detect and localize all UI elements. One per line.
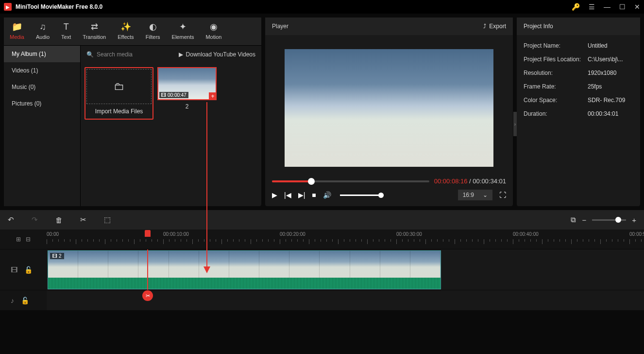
- info-duration-value: 00:00:34:01: [588, 110, 618, 117]
- split-button[interactable]: ✂: [80, 215, 86, 224]
- title-bar: ▶ MiniTool MovieMaker Free 8.0.0 🔑 ☰ — ☐…: [0, 0, 644, 14]
- player-panel: Player ⤴ Export 00:00:08:16 / 00:00:34:0…: [265, 18, 513, 206]
- close-button[interactable]: ✕: [634, 3, 640, 11]
- import-media-card[interactable]: 🗀 Import Media Files: [85, 67, 153, 120]
- project-info-panel: › Project Info Project Name:Untitled Pro…: [517, 18, 640, 206]
- zoom-slider[interactable]: [592, 219, 626, 221]
- play-button[interactable]: ▶: [272, 191, 277, 199]
- transition-icon: ⇄: [91, 21, 98, 32]
- zoom-out-button[interactable]: −: [582, 216, 586, 224]
- elements-icon: ✦: [179, 21, 186, 32]
- tab-audio[interactable]: ♫Audio: [30, 18, 55, 45]
- info-colorspace-value: SDR- Rec.709: [588, 97, 625, 104]
- info-location-value: C:\Users\bj\...: [588, 56, 623, 63]
- video-track[interactable]: 🎞2 ✂: [47, 249, 644, 290]
- zoom-in-button[interactable]: +: [632, 216, 636, 224]
- remove-track-button[interactable]: ⊟: [26, 236, 31, 243]
- app-logo-icon: ▶: [4, 3, 12, 11]
- undo-button[interactable]: ↶: [8, 215, 14, 224]
- ruler-mark: 00:00: [47, 231, 59, 237]
- info-colorspace-label: Color Space:: [524, 97, 588, 104]
- ruler-mark: 00:00:30:00: [396, 231, 422, 237]
- info-duration-label: Duration:: [524, 110, 588, 117]
- import-label: Import Media Files: [86, 104, 152, 118]
- info-resolution-value: 1920x1080: [588, 70, 616, 76]
- info-resolution-label: Resolution:: [524, 70, 588, 76]
- time-display: 00:00:08:16 / 00:00:34:01: [434, 177, 506, 185]
- sidebar-item-music[interactable]: Music (0): [4, 79, 80, 95]
- crop-button[interactable]: ⬚: [104, 215, 111, 224]
- filters-icon: ◐: [149, 21, 157, 32]
- next-frame-button[interactable]: ▶|: [298, 191, 305, 199]
- sidebar-item-videos[interactable]: Videos (1): [4, 62, 80, 79]
- ruler-mark: 00:00:50:: [629, 231, 644, 237]
- media-sidebar: My Album (1) Videos (1) Music (0) Pictur…: [4, 46, 81, 206]
- info-framerate-label: Frame Rate:: [524, 83, 588, 90]
- download-youtube-link[interactable]: ▶ Download YouTube Videos: [179, 51, 255, 58]
- video-track-icon: 🎞: [11, 266, 17, 274]
- tab-transition[interactable]: ⇄Transition: [77, 18, 112, 45]
- clip-duration: 00:00:47: [168, 92, 186, 98]
- delete-button[interactable]: 🗑: [55, 216, 63, 224]
- youtube-icon: ▶: [179, 51, 183, 58]
- export-button[interactable]: ⤴ Export: [483, 23, 506, 30]
- film-icon: 🎞: [52, 253, 57, 259]
- redo-button[interactable]: ↷: [32, 215, 38, 224]
- timeline-ruler[interactable]: 00:0000:00:10:0000:00:20:0000:00:30:0000…: [47, 230, 644, 249]
- film-icon: 🎞: [161, 92, 166, 98]
- tab-text[interactable]: TText: [55, 18, 77, 45]
- info-name-label: Project Name:: [524, 42, 588, 49]
- menu-icon[interactable]: ☰: [589, 3, 595, 11]
- chevron-down-icon: ⌄: [483, 192, 488, 198]
- stop-button[interactable]: ■: [312, 191, 316, 199]
- ruler-mark: 00:00:10:00: [163, 231, 189, 237]
- search-icon: 🔍: [86, 51, 94, 58]
- tab-motion[interactable]: ◉Motion: [200, 18, 227, 45]
- info-framerate-value: 25fps: [588, 83, 602, 90]
- ruler-mark: 00:00:40:00: [513, 231, 539, 237]
- maximize-button[interactable]: ☐: [619, 3, 626, 11]
- motion-icon: ◉: [210, 21, 218, 32]
- collapse-handle[interactable]: ›: [513, 112, 517, 136]
- timeline: ↶ ↷ 🗑 ✂ ⬚ ⧉ − + ⊞ ⊟ 00:0000:00:10:0000:0…: [0, 210, 644, 310]
- fullscreen-button[interactable]: ⛶: [499, 191, 506, 199]
- audio-track[interactable]: [47, 290, 644, 310]
- tab-elements[interactable]: ✦Elements: [166, 18, 200, 45]
- key-icon[interactable]: 🔑: [572, 3, 580, 11]
- folder-icon: 📁: [12, 21, 22, 32]
- audio-track-icon: ♪: [11, 297, 14, 304]
- info-location-label: Project Files Location:: [524, 56, 588, 63]
- video-preview[interactable]: [285, 49, 493, 167]
- lock-icon[interactable]: 🔓: [24, 266, 33, 274]
- tab-filters[interactable]: ◐Filters: [140, 18, 166, 45]
- clip-name: 2: [157, 100, 217, 113]
- info-name-value: Untitled: [588, 42, 608, 49]
- minimize-button[interactable]: —: [604, 3, 610, 11]
- text-icon: T: [64, 21, 69, 32]
- volume-icon[interactable]: 🔊: [323, 191, 331, 199]
- ruler-mark: 00:00:20:00: [280, 231, 305, 237]
- add-clip-button[interactable]: +: [209, 92, 217, 100]
- timeline-clip[interactable]: 🎞2: [48, 250, 441, 289]
- tab-effects[interactable]: ✨Effects: [112, 18, 139, 45]
- music-icon: ♫: [39, 21, 46, 32]
- aspect-select[interactable]: 16:9 ⌄: [458, 190, 492, 200]
- search-input[interactable]: 🔍 Search media: [86, 51, 133, 58]
- add-track-button[interactable]: ⊞: [16, 236, 21, 243]
- media-clip[interactable]: 🎞00:00:47 + 2: [157, 67, 217, 113]
- tab-media[interactable]: 📁Media: [4, 18, 30, 45]
- effects-icon: ✨: [120, 21, 131, 32]
- media-panel: 📁Media ♫Audio TText ⇄Transition ✨Effects…: [4, 18, 261, 206]
- export-icon: ⤴: [483, 23, 486, 30]
- folder-icon: 🗀: [114, 80, 124, 93]
- prev-frame-button[interactable]: |◀: [284, 191, 291, 199]
- sidebar-item-myalbum[interactable]: My Album (1): [4, 46, 80, 62]
- lock-icon[interactable]: 🔓: [21, 297, 29, 304]
- player-title: Player: [272, 23, 288, 30]
- scrub-bar[interactable]: [272, 180, 429, 182]
- volume-slider[interactable]: [340, 195, 384, 196]
- magnet-icon[interactable]: ⧉: [571, 215, 576, 224]
- app-title: MiniTool MovieMaker Free 8.0.0: [16, 3, 102, 10]
- sidebar-item-pictures[interactable]: Pictures (0): [4, 95, 80, 112]
- info-title: Project Info: [517, 18, 640, 35]
